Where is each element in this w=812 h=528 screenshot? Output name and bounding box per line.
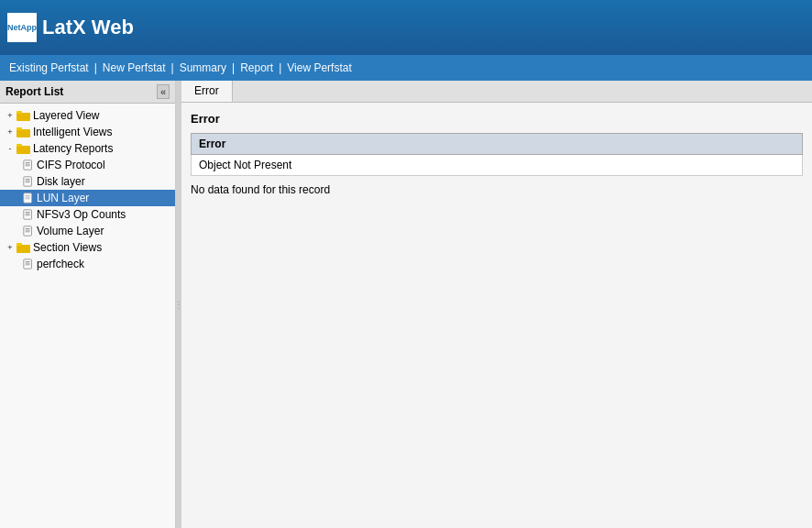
error-table: Error Object Not Present: [191, 133, 803, 176]
tree: + Layered View + Intelligent Views: [0, 104, 175, 528]
app-header: NetApp LatX Web: [0, 0, 812, 55]
tree-item-layered-view[interactable]: + Layered View: [0, 107, 175, 124]
tree-item-disk-layer[interactable]: Disk layer: [0, 173, 175, 190]
doc-icon-lun-layer: [22, 192, 35, 204]
svg-rect-1: [16, 111, 22, 114]
svg-rect-22: [24, 226, 32, 236]
doc-icon-perfcheck: [22, 258, 35, 270]
expand-icon-section-views: +: [5, 243, 15, 252]
sidebar-title: Report List: [5, 85, 63, 98]
tree-item-perfcheck[interactable]: perfcheck: [0, 256, 175, 272]
table-row: Object Not Present: [192, 155, 803, 176]
svg-rect-14: [24, 193, 32, 203]
tree-label-volume-layer: Volume Layer: [37, 225, 104, 237]
app-title: LatX Web: [42, 16, 134, 39]
tab-bar: Error: [181, 81, 812, 103]
tree-label-cifs-protocol: CIFS Protocol: [37, 159, 105, 171]
svg-rect-27: [16, 243, 22, 246]
netapp-logo: NetApp: [7, 13, 37, 42]
sidebar: Report List « + Layered View +: [0, 81, 176, 528]
error-column-header: Error: [192, 134, 803, 155]
tree-item-cifs-protocol[interactable]: CIFS Protocol: [0, 157, 175, 173]
svg-rect-3: [16, 127, 22, 130]
svg-rect-4: [16, 146, 30, 154]
doc-icon-volume-layer: [22, 226, 35, 236]
expand-icon-layered-view: +: [5, 111, 15, 120]
error-content: Error Error Object Not Present No data f…: [181, 103, 812, 205]
nav-existing-perfstat[interactable]: Existing Perfstat: [4, 61, 94, 74]
tree-label-layered-view: Layered View: [33, 109, 100, 122]
svg-rect-28: [24, 259, 32, 269]
svg-rect-5: [16, 144, 22, 147]
expand-icon-intelligent-views: +: [5, 127, 15, 137]
sidebar-collapse-button[interactable]: «: [157, 84, 170, 99]
nav-bar: Existing Perfstat | New Perfstat | Summa…: [0, 55, 812, 81]
svg-rect-18: [24, 210, 32, 219]
tree-label-intelligent-views: Intelligent Views: [33, 126, 113, 138]
svg-rect-10: [24, 177, 32, 186]
tree-label-disk-layer: Disk layer: [37, 175, 85, 188]
tree-label-nfsv3-op-counts: NFSv3 Op Counts: [37, 208, 126, 221]
svg-rect-0: [16, 113, 30, 121]
nav-new-perfstat[interactable]: New Perfstat: [97, 61, 171, 74]
content-pane: Error Error Error Object Not Present No …: [181, 81, 812, 528]
tree-label-perfcheck: perfcheck: [37, 258, 84, 270]
doc-icon-disk-layer: [22, 176, 35, 187]
folder-icon-intelligent-views: [16, 126, 31, 138]
doc-icon-cifs-protocol: [22, 160, 35, 170]
tree-item-latency-reports[interactable]: - Latency Reports: [0, 140, 175, 157]
logo-area: NetApp LatX Web: [7, 13, 134, 42]
error-heading: Error: [191, 112, 803, 126]
nav-summary[interactable]: Summary: [174, 61, 232, 74]
main-container: Report List « + Layered View +: [0, 81, 812, 528]
tab-error[interactable]: Error: [181, 81, 233, 102]
expand-icon-latency-reports: -: [5, 144, 15, 153]
folder-icon-latency-reports: [16, 143, 31, 154]
tree-label-section-views: Section Views: [33, 241, 102, 254]
tree-item-lun-layer[interactable]: LUN Layer: [0, 190, 175, 206]
folder-icon-layered-view: [16, 110, 31, 121]
svg-rect-26: [16, 245, 30, 253]
tree-label-latency-reports: Latency Reports: [33, 142, 113, 155]
tree-item-volume-layer[interactable]: Volume Layer: [0, 223, 175, 239]
sidebar-header: Report List «: [0, 81, 175, 104]
error-row-value: Object Not Present: [192, 155, 803, 176]
no-data-message: No data found for this record: [191, 183, 803, 196]
nav-view-perfstat[interactable]: View Perfstat: [281, 61, 357, 74]
tree-label-lun-layer: LUN Layer: [37, 192, 89, 204]
tree-item-nfsv3-op-counts[interactable]: NFSv3 Op Counts: [0, 206, 175, 223]
folder-icon-section-views: [16, 242, 31, 253]
doc-icon-nfsv3-op-counts: [22, 209, 35, 220]
tree-item-intelligent-views[interactable]: + Intelligent Views: [0, 124, 175, 140]
svg-rect-2: [16, 129, 30, 138]
tree-item-section-views[interactable]: + Section Views: [0, 239, 175, 256]
nav-report[interactable]: Report: [235, 61, 279, 74]
svg-rect-6: [24, 160, 32, 170]
